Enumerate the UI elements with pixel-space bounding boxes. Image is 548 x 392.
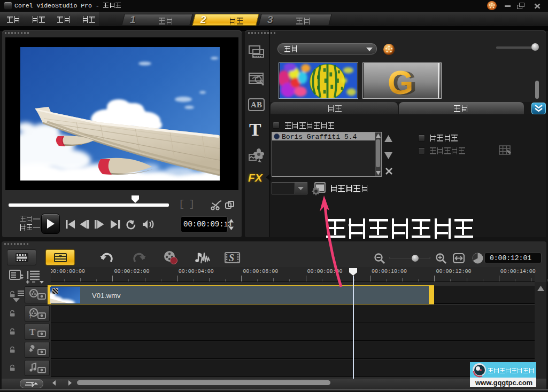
svg-text:S: S xyxy=(229,253,234,263)
svg-text:T: T xyxy=(29,327,36,337)
svg-text:1: 1 xyxy=(29,314,32,319)
svg-text:G: G xyxy=(388,64,413,99)
